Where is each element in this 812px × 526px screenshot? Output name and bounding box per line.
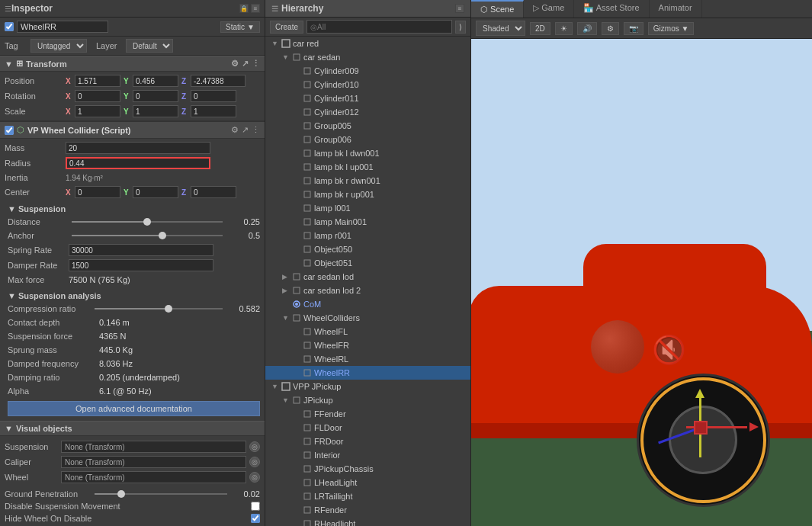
tree-item-jpickup_chassis[interactable]: JPickupChassis [265,462,470,476]
camera-button[interactable]: 📷 [624,22,644,35]
tree-item-wheelFL[interactable]: WheelFL [265,325,470,338]
tree-item-lrtaillight[interactable]: LRTaillight [265,489,470,503]
tree-icon-rheadlight [302,518,313,526]
lock-btn[interactable]: 🔒 [239,4,249,13]
suspension-analysis-header[interactable]: ▼ Suspension analysis [8,290,260,302]
scene-view[interactable]: 🔇 [471,39,812,526]
center-y-input[interactable] [133,186,178,198]
tab-asset-store[interactable]: 🏪 Asset Store [574,0,649,18]
tag-dropdown[interactable]: Untagged [30,39,87,53]
tree-item-car_sedan_lod2[interactable]: ▶car sedan lod 2 [265,284,470,297]
center-z-input[interactable] [191,186,236,198]
tree-item-cylinder009[interactable]: Cylinder009 [265,64,470,78]
tree-icon-car_sedan [291,52,302,63]
hierarchy-search[interactable] [307,20,452,34]
tree-item-object051[interactable]: Object051 [265,256,470,270]
tab-animator[interactable]: Animator [650,0,702,18]
hierarchy-menu-btn[interactable]: ≡ [455,4,464,13]
tree-item-wheelRL[interactable]: WheelRL [265,352,470,366]
tree-item-ffender[interactable]: FFender [265,407,470,421]
tree-item-lamp_bk_r_up001[interactable]: lamp bk r up001 [265,188,470,201]
center-x-input[interactable] [75,186,120,198]
advanced-docs-button[interactable]: Open advanced documentation [8,401,260,416]
tree-item-jpickup[interactable]: ▼JPickup [265,393,470,407]
hierarchy-search-btn[interactable]: ⟩ [455,21,466,34]
tree-item-lamp_r001[interactable]: lamp r001 [265,229,470,242]
tree-item-object050[interactable]: Object050 [265,242,470,256]
hide-wheel-checkbox[interactable] [251,514,260,523]
tree-item-wheelFR[interactable]: WheelFR [265,338,470,352]
tree-item-lamp_bk_l_up001[interactable]: lamp bk l up001 [265,160,470,174]
visual-suspension-picker[interactable]: ◎ [249,441,260,452]
rotation-x-input[interactable] [75,90,120,102]
audio-button[interactable]: 🔊 [577,22,597,35]
tree-item-wheel_colliders[interactable]: ▼WheelColliders [265,311,470,325]
tree-item-lamp_l001[interactable]: lamp l001 [265,201,470,215]
suspension-header[interactable]: ▼ Suspension [8,203,260,215]
tree-item-lamp_main001[interactable]: lamp Main001 [265,215,470,229]
scale-z-input[interactable] [191,105,236,117]
tree-item-cylinder011[interactable]: Cylinder011 [265,91,470,105]
tree-item-interior[interactable]: Interior [265,448,470,462]
tree-item-lamp_bk_l_dwn001[interactable]: lamp bk l dwn001 [265,146,470,160]
2d-button[interactable]: 2D [530,22,550,35]
gizmos-button[interactable]: Gizmos ▼ [648,22,695,35]
distance-slider[interactable] [72,221,223,223]
tree-item-group006[interactable]: Group006 [265,133,470,146]
tree-label-wheelRR: WheelRR [314,368,467,377]
tree-item-fldoor[interactable]: FLDoor [265,421,470,435]
transform-section-header[interactable]: ▼ ⊞ Transform ⚙↗⋮ [0,56,265,72]
svg-rect-15 [304,246,310,252]
menu-btn[interactable]: ≡ [251,4,260,13]
tree-item-car_sedan_lod[interactable]: ▶car sedan lod [265,270,470,284]
visual-wheel-picker[interactable]: ◎ [249,472,260,483]
scale-y-input[interactable] [133,105,178,117]
rotation-y-input[interactable] [133,90,178,102]
ground-pen-slider[interactable] [95,493,227,495]
create-button[interactable]: Create [270,21,303,34]
tab-game[interactable]: ▷ Game [524,0,574,18]
transform-icons: ⚙↗⋮ [231,59,260,69]
tree-item-group005[interactable]: Group005 [265,119,470,133]
effects-button[interactable]: ⚙ [602,22,619,35]
rotation-z-input[interactable] [191,90,236,102]
tree-item-rheadlight[interactable]: RHeadlight [265,517,470,526]
compression-slider[interactable] [95,308,223,310]
object-name-input[interactable] [17,21,108,33]
tree-item-lamp_bk_r_dwn001[interactable]: lamp bk r dwn001 [265,174,470,188]
tree-item-lheadlight[interactable]: LHeadLight [265,476,470,489]
tree-item-com[interactable]: CoM [265,297,470,311]
radius-input[interactable] [66,157,210,169]
tree-item-cylinder012[interactable]: Cylinder012 [265,105,470,119]
svg-rect-5 [304,109,310,115]
position-z-input[interactable] [191,75,246,87]
scale-x-input[interactable] [75,105,120,117]
position-x-input[interactable] [75,75,120,87]
mass-input[interactable] [66,142,210,154]
wheel-collider-header[interactable]: ⬡ VP Wheel Collider (Script) ⚙↗⋮ [0,120,265,139]
anchor-slider[interactable] [72,235,223,236]
position-y-input[interactable] [133,75,178,87]
layer-dropdown[interactable]: Default [126,39,173,53]
position-row: Position X Y Z [5,73,260,88]
visual-caliper-picker[interactable]: ◎ [249,457,260,467]
hide-wheel-row: Hide Wheel On Disable [0,512,265,524]
object-active-checkbox[interactable] [5,22,14,31]
disable-suspension-checkbox[interactable] [251,502,260,511]
lighting-button[interactable]: ☀ [555,22,573,35]
tree-item-car_red[interactable]: ▼car red [265,37,470,50]
tree-item-frdoor[interactable]: FRDoor [265,435,470,448]
shaded-dropdown[interactable]: Shaded [476,21,525,36]
visual-objects-header[interactable]: ▼ Visual objects [0,421,265,436]
tree-label-com: CoM [303,300,467,309]
tab-scene[interactable]: ⬡ Scene [471,0,524,18]
tree-item-vpp_jpickup[interactable]: ▼VPP JPickup [265,380,470,393]
spring-rate-input[interactable] [69,244,213,256]
tree-item-wheelRR[interactable]: WheelRR [265,366,470,380]
static-badge[interactable]: Static ▼ [220,21,260,33]
tree-item-car_sedan[interactable]: ▼car sedan [265,50,470,64]
tree-item-rfender[interactable]: RFender [265,503,470,517]
wheel-collider-enabled-checkbox[interactable] [5,126,14,135]
damper-rate-input[interactable] [69,259,213,271]
tree-item-cylinder010[interactable]: Cylinder010 [265,78,470,91]
